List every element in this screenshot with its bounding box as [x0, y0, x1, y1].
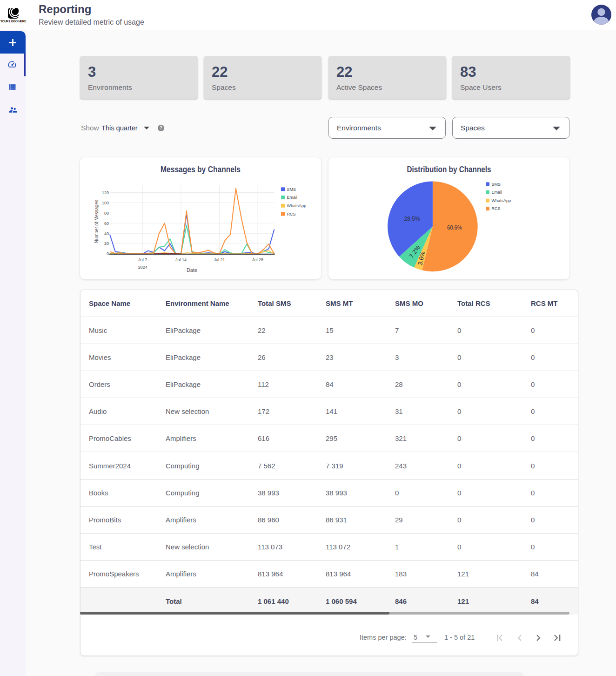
svg-text:80: 80 — [104, 211, 109, 216]
svg-text:120: 120 — [102, 190, 109, 195]
svg-text:SMS: SMS — [492, 182, 501, 187]
svg-text:SMS: SMS — [287, 187, 296, 192]
svg-text:100: 100 — [102, 201, 109, 205]
svg-text:Number of Messages: Number of Messages — [94, 200, 99, 243]
svg-text:Email: Email — [287, 195, 298, 200]
svg-text:Email: Email — [492, 190, 502, 195]
svg-text:WhatsApp: WhatsApp — [492, 198, 511, 203]
svg-text:28.5%: 28.5% — [404, 215, 420, 222]
svg-text:RCS: RCS — [287, 212, 296, 216]
svg-text:0: 0 — [107, 251, 109, 256]
svg-text:Jul 7: Jul 7 — [138, 257, 147, 262]
svg-text:WhatsApp: WhatsApp — [287, 203, 307, 208]
svg-text:40: 40 — [104, 231, 109, 236]
svg-text:Jul 28: Jul 28 — [252, 257, 263, 262]
svg-text:Distribution by Channels: Distribution by Channels — [407, 165, 491, 174]
svg-text:Messages by Channels: Messages by Channels — [161, 165, 241, 174]
svg-text:60: 60 — [104, 221, 109, 226]
svg-text:20: 20 — [104, 241, 109, 246]
svg-text:Date: Date — [187, 267, 197, 273]
svg-text:60.6%: 60.6% — [447, 224, 462, 231]
svg-text:Jul 14: Jul 14 — [175, 257, 187, 262]
svg-text:Jul 21: Jul 21 — [214, 257, 225, 262]
svg-text:2024: 2024 — [138, 265, 147, 270]
svg-text:RCS: RCS — [492, 206, 501, 211]
